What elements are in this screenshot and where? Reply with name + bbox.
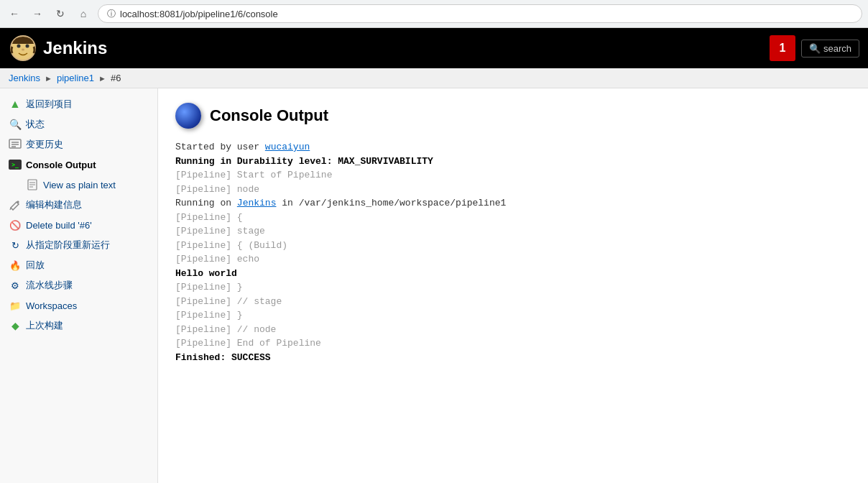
magnify-icon: 🔍 [9, 118, 22, 131]
console-line-9: Hello world [175, 267, 851, 281]
sidebar-label-back: 返回到项目 [26, 98, 73, 111]
sidebar-item-delete-build[interactable]: 🚫 Delete build '#6' [0, 215, 157, 235]
sidebar-label-rollback: 回放 [26, 259, 45, 272]
console-line-2: [Pipeline] Start of Pipeline [175, 168, 851, 183]
sidebar-item-workspaces[interactable]: 📁 Workspaces [0, 295, 157, 316]
breadcrumb-bar: Jenkins ► pipeline1 ► #6 [0, 68, 868, 88]
sidebar-item-prev-build[interactable]: ◆ 上次构建 [0, 316, 157, 336]
svg-point-4 [22, 49, 24, 51]
sidebar-item-console-output[interactable]: >_ Console Output [0, 155, 157, 175]
search-label: search [823, 43, 851, 54]
sidebar-item-edit-build[interactable]: 编辑构建信息 [0, 195, 157, 215]
breadcrumb-sep-2: ► [98, 74, 106, 83]
jenkins-logo-icon [9, 34, 37, 63]
gear-icon: ⚙ [9, 279, 22, 292]
address-text: localhost:8081/job/pipeline1/6/console [120, 9, 278, 19]
console-line-14: [Pipeline] End of Pipeline [175, 336, 851, 351]
breadcrumb-current: #6 [111, 73, 121, 83]
main-layout: ▲ 返回到项目 🔍 状态 变更历史 >_ Console Output [0, 88, 868, 483]
search-button[interactable]: 🔍 search [801, 40, 859, 58]
console-line-10: [Pipeline] } [175, 280, 851, 295]
sidebar-label-plain-text: View as plain text [43, 180, 116, 190]
console-ball-icon [175, 103, 201, 129]
up-arrow-icon: ▲ [9, 98, 22, 111]
green-diamond-icon: ◆ [9, 319, 22, 332]
sidebar-label-delete: Delete build '#6' [26, 220, 92, 231]
breadcrumb-pipeline1[interactable]: pipeline1 [57, 73, 94, 83]
sidebar-item-changes[interactable]: 变更历史 [0, 134, 157, 155]
back-button[interactable]: ← [6, 5, 23, 22]
history-icon [9, 138, 22, 151]
console-line-5: [Pipeline] { [175, 211, 851, 225]
console-line-7: [Pipeline] { (Build) [175, 239, 851, 253]
breadcrumb-sep-1: ► [45, 74, 52, 83]
jenkins-header-right: 1 🔍 search [770, 35, 859, 61]
console-line-0: Started by user wucaiyun [175, 140, 851, 155]
console-line-6: [Pipeline] stage [175, 224, 851, 239]
jenkins-logo[interactable]: Jenkins [9, 34, 107, 63]
console-line-4: Running on Jenkins in /var/jenkins_home/… [175, 196, 851, 211]
sidebar-label-pipeline-steps: 流水线步骤 [26, 279, 73, 292]
browser-toolbar: ← → ↻ ⌂ ⓘ localhost:8081/job/pipeline1/6… [0, 0, 868, 27]
forward-button[interactable]: → [29, 5, 46, 22]
page-title: Console Output [210, 106, 328, 125]
console-line-15: Finished: SUCCESS [175, 351, 851, 365]
console-line-11: [Pipeline] // stage [175, 295, 851, 309]
console-line-1: Running in Durability level: MAX_SURVIVA… [175, 155, 851, 169]
lock-icon: ⓘ [107, 8, 116, 20]
jenkins-header: Jenkins 1 🔍 search [0, 28, 868, 68]
replay-icon: ↻ [9, 239, 22, 252]
file-icon [26, 178, 39, 191]
breadcrumb-jenkins[interactable]: Jenkins [9, 73, 40, 83]
search-icon: 🔍 [809, 43, 821, 54]
console-output: Started by user wucaiyun Running in Dura… [175, 140, 851, 364]
svg-point-2 [17, 45, 21, 48]
refresh-button[interactable]: ↻ [52, 5, 69, 22]
console-icon: >_ [9, 158, 22, 171]
console-line-12: [Pipeline] } [175, 308, 851, 323]
delete-icon: 🚫 [9, 218, 22, 231]
sidebar-item-replay[interactable]: ↻ 从指定阶段重新运行 [0, 235, 157, 255]
sidebar-item-rollback[interactable]: 🔥 回放 [0, 255, 157, 275]
folder-icon: 📁 [9, 299, 22, 312]
sidebar: ▲ 返回到项目 🔍 状态 变更历史 >_ Console Output [0, 88, 158, 483]
content-area: Console Output Started by user wucaiyun … [158, 88, 868, 483]
sidebar-item-status[interactable]: 🔍 状态 [0, 114, 157, 134]
page-header: Console Output [175, 103, 851, 129]
sidebar-label-workspaces: Workspaces [26, 300, 77, 311]
pencil-icon [9, 198, 22, 211]
build-number-badge: 1 [770, 35, 795, 61]
sidebar-item-back-to-project[interactable]: ▲ 返回到项目 [0, 94, 157, 114]
browser-chrome: ← → ↻ ⌂ ⓘ localhost:8081/job/pipeline1/6… [0, 0, 868, 28]
sidebar-item-view-plain-text[interactable]: View as plain text [0, 175, 157, 195]
sidebar-label-status: 状态 [26, 118, 45, 131]
console-line-8: [Pipeline] echo [175, 252, 851, 267]
svg-line-13 [10, 208, 11, 210]
sidebar-label-changes: 变更历史 [26, 138, 63, 151]
home-button[interactable]: ⌂ [75, 5, 92, 22]
jenkins-logo-text: Jenkins [43, 38, 107, 58]
svg-point-3 [26, 45, 29, 48]
console-line-13: [Pipeline] // node [175, 323, 851, 337]
sidebar-label-prev-build: 上次构建 [26, 319, 63, 332]
jenkins-link[interactable]: Jenkins [237, 198, 277, 208]
sidebar-label-console: Console Output [26, 160, 96, 170]
sidebar-label-replay: 从指定阶段重新运行 [26, 239, 110, 252]
user-link[interactable]: wucaiyun [265, 142, 310, 152]
console-line-3: [Pipeline] node [175, 183, 851, 197]
sidebar-item-pipeline-steps[interactable]: ⚙ 流水线步骤 [0, 275, 157, 295]
flame-icon: 🔥 [9, 259, 22, 272]
sidebar-label-edit: 编辑构建信息 [26, 198, 82, 211]
address-bar[interactable]: ⓘ localhost:8081/job/pipeline1/6/console [98, 4, 862, 23]
